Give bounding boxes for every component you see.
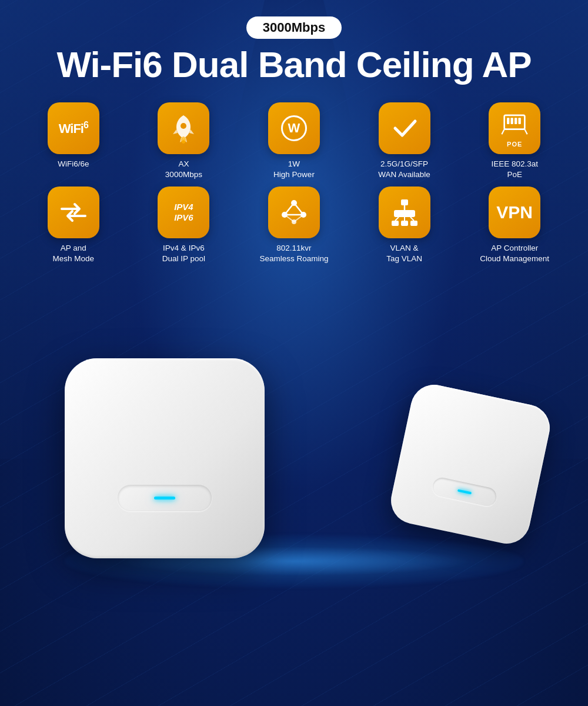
- vpn-icon: VPN: [496, 202, 533, 222]
- feature-roaming: 802.11kvrSeamless Roaming: [244, 187, 344, 264]
- ipv-label: IPv4 & IPv6Dual IP pool: [162, 243, 205, 264]
- feature-poe: POE IEEE 802.3atPoE: [465, 102, 564, 180]
- svg-line-17: [294, 215, 303, 222]
- svg-line-13: [285, 203, 294, 215]
- poe-label: IEEE 802.3atPoE: [491, 159, 538, 180]
- svg-rect-3: [507, 118, 509, 124]
- feature-ipv: IPV4IPV6 IPv4 & IPv6Dual IP pool: [134, 187, 234, 264]
- ap-led-secondary: [457, 489, 472, 495]
- feature-ax: AX3000Mbps: [134, 102, 234, 180]
- ap-device-secondary: [387, 381, 554, 548]
- mesh-nodes-icon-box: [268, 187, 320, 238]
- ap-body-secondary: [387, 381, 554, 548]
- ipv-icon-box: IPV4IPV6: [158, 187, 209, 238]
- ap-led-main: [154, 497, 175, 499]
- svg-line-26: [410, 217, 414, 221]
- network-switch-icon-box: [379, 187, 430, 238]
- wifi6-icon: WiFi6: [59, 120, 88, 136]
- poe-icon-box: POE: [489, 102, 540, 154]
- features-row-2: AP andMesh Mode IPV4IPV6 IPv4 & IPv6Dual…: [24, 187, 564, 264]
- arrows-icon-box: [48, 187, 99, 238]
- check-icon: [389, 113, 420, 144]
- vlan-label: VLAN &Tag VLAN: [386, 243, 422, 264]
- svg-line-7: [502, 129, 505, 135]
- svg-line-8: [525, 129, 527, 135]
- feature-wifi6: WiFi6 WiFi6/6e: [24, 102, 123, 180]
- svg-point-0: [181, 123, 186, 129]
- ap-mesh-label: AP andMesh Mode: [53, 243, 95, 264]
- ipv-icon: IPV4IPV6: [174, 202, 193, 223]
- poe-connector-icon: [499, 109, 530, 139]
- arrows-icon: [58, 197, 89, 228]
- svg-line-24: [395, 217, 399, 221]
- speed-badge: 3000Mbps: [246, 16, 342, 39]
- svg-rect-22: [401, 221, 408, 226]
- roaming-label: 802.11kvrSeamless Roaming: [259, 243, 328, 264]
- main-title: Wi-Fi6 Dual Band Ceiling AP: [56, 45, 531, 85]
- network-switch-icon: [389, 197, 420, 228]
- mesh-nodes-icon: [279, 197, 309, 228]
- power-icon-box: W: [268, 102, 320, 154]
- products-section: [0, 276, 588, 605]
- wan-label: 2.5G/1G/SFPWAN Available: [378, 159, 430, 180]
- w-circle-icon: W: [281, 115, 307, 141]
- ap-device-main: [65, 358, 265, 558]
- ap-body-main: [65, 358, 265, 558]
- svg-rect-19: [394, 210, 415, 217]
- ap-button-main: [118, 485, 212, 511]
- vpn-label: AP ControllerCloud Management: [480, 243, 549, 264]
- rocket-icon-box: [158, 102, 209, 154]
- svg-line-16: [285, 215, 294, 222]
- svg-rect-21: [392, 221, 399, 226]
- vpn-icon-box: VPN: [489, 187, 540, 238]
- svg-rect-6: [519, 118, 521, 124]
- power-label: 1WHigh Power: [273, 159, 315, 180]
- wifi6-icon-box: WiFi6: [48, 102, 99, 154]
- svg-line-14: [294, 203, 303, 215]
- check-icon-box: [379, 102, 430, 154]
- ax-label: AX3000Mbps: [165, 159, 202, 180]
- wifi6-label: WiFi6/6e: [58, 159, 89, 169]
- feature-vpn: VPN AP ControllerCloud Management: [465, 187, 564, 264]
- feature-power: W 1WHigh Power: [244, 102, 344, 180]
- svg-rect-5: [514, 118, 517, 124]
- svg-point-1: [181, 136, 186, 144]
- feature-vlan: VLAN &Tag VLAN: [355, 187, 455, 264]
- feature-ap-mesh: AP andMesh Mode: [24, 187, 123, 264]
- features-row-1: WiFi6 WiFi6/6e AX3000Mbps: [24, 102, 564, 180]
- feature-wan: 2.5G/1G/SFPWAN Available: [355, 102, 455, 180]
- svg-rect-4: [511, 118, 513, 124]
- svg-rect-18: [401, 199, 408, 205]
- svg-rect-23: [410, 221, 417, 226]
- rocket-icon: [168, 113, 199, 144]
- ap-button-secondary: [431, 476, 498, 508]
